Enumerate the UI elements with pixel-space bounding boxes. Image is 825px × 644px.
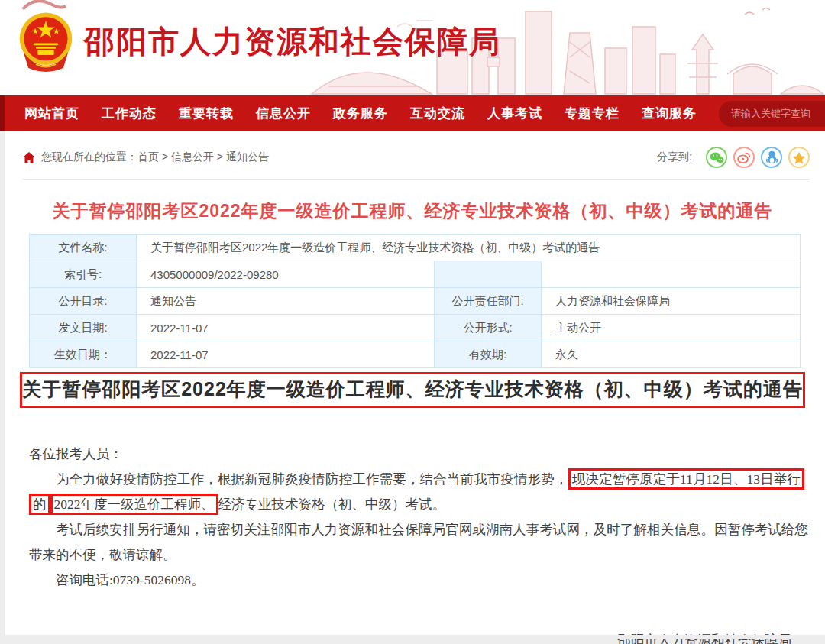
page-edge-left (0, 131, 5, 639)
divider (23, 179, 810, 180)
meta-value: 永久 (542, 341, 801, 368)
meta-label: 索引号: (30, 261, 137, 288)
meta-value: 通知公告 (137, 288, 435, 315)
main-nav: 网站首页 工作动态 重要转载 信息公开 政务服务 互动交流 人事考试 专题专栏 … (0, 95, 825, 131)
table-row: 发文日期: 2022-11-07 公开形式: 主动公开 (30, 315, 801, 341)
search-input[interactable] (731, 108, 825, 119)
nav-item-news[interactable]: 工作动态 (102, 105, 157, 122)
table-row: 公开目录: 通知公告 公开责任部门: 人力资源和社会保障局 (30, 288, 801, 315)
table-row: 文件名称: 关于暂停邵阳考区2022年度一级造价工程师、经济专业技术资格（初、中… (30, 235, 801, 261)
breadcrumb[interactable]: 您现在所在的位置：首页 > 信息公开 > 通知公告 (41, 150, 269, 164)
salutation: 各位报考人员： (29, 442, 808, 467)
search-box[interactable] (719, 101, 825, 127)
document-meta-table: 文件名称: 关于暂停邵阳考区2022年度一级造价工程师、经济专业技术资格（初、中… (29, 234, 801, 368)
meta-label: 有效期: (435, 341, 542, 368)
article-title: 关于暂停邵阳考区2022年度一级造价工程师、经济专业技术资格（初、中级）考试的通… (0, 199, 825, 223)
meta-value: 2022-11-07 (137, 315, 435, 341)
meta-label: 生效日期： (30, 341, 137, 368)
page: 邵阳市人力资源和社会保障局 网站首页 工作动态 重要转载 信息公开 政务服务 互… (0, 0, 825, 639)
page-edge-bottom (0, 635, 825, 639)
table-row: 生效日期： 2022-11-07 有效期: 永久 (30, 341, 801, 368)
breadcrumb-row: 您现在所在的位置：首页 > 信息公开 > 通知公告 分享到: (0, 131, 825, 168)
nav-item-special[interactable]: 专题专栏 (565, 105, 620, 122)
meta-label: 发文日期: (30, 315, 137, 341)
share-qq-icon[interactable] (761, 147, 782, 168)
paragraph-1-text: 为全力做好疫情防控工作，根据新冠肺炎疫情防控工作需要，结合当前我市疫情形势， (56, 471, 568, 487)
paragraph-1-tail: 经济专业技术资格（初、中级）考试。 (218, 497, 446, 512)
meta-value-empty (542, 261, 801, 288)
nav-item-service[interactable]: 政务服务 (333, 105, 388, 122)
meta-label: 文件名称: (30, 235, 137, 261)
meta-value: 4305000009/2022-09280 (137, 261, 435, 288)
meta-label: 公开形式: (435, 315, 542, 341)
site-header: 邵阳市人力资源和社会保障局 (0, 0, 825, 95)
site-title: 邵阳市人力资源和社会保障局 (84, 21, 501, 63)
share-label: 分享到: (657, 150, 692, 164)
national-emblem-logo (17, 11, 75, 72)
nav-item-exam[interactable]: 人事考试 (487, 105, 542, 122)
nav-item-query[interactable]: 查询服务 (642, 105, 697, 122)
paragraph-2: 考试后续安排另行通知，请密切关注邵阳市人力资源和社会保障局官网或湖南人事考试网，… (29, 517, 808, 568)
paragraph-3: 咨询电话:0739-5026098。 (29, 568, 808, 593)
meta-value: 主动公开 (542, 315, 801, 341)
highlight-box-2: 2022年度一级造价工程师、 (50, 494, 218, 515)
share-area: 分享到: (657, 147, 810, 168)
meta-value: 2022-11-07 (137, 341, 435, 368)
home-icon (23, 152, 35, 163)
share-qzone-icon[interactable] (788, 147, 810, 168)
nav-item-interact[interactable]: 互动交流 (410, 105, 465, 122)
share-wechat-icon[interactable] (706, 147, 727, 168)
meta-value: 关于暂停邵阳考区2022年度一级造价工程师、经济专业技术资格（初、中级）考试的通… (137, 235, 801, 261)
meta-value: 人力资源和社会保障局 (542, 288, 801, 315)
meta-label-empty (435, 261, 542, 288)
paragraph-1: 为全力做好疫情防控工作，根据新冠肺炎疫情防控工作需要，结合当前我市疫情形势，现决… (29, 467, 808, 517)
document-title-highlighted: 关于暂停邵阳考区2022年度一级造价工程师、经济专业技术资格（初、中级）考试的通… (20, 372, 805, 408)
meta-label: 公开目录: (30, 288, 137, 315)
nav-item-info[interactable]: 信息公开 (256, 105, 311, 122)
nav-item-repost[interactable]: 重要转载 (179, 105, 234, 122)
table-row: 索引号: 4305000009/2022-09280 (30, 261, 801, 288)
document-body: 各位报考人员： 为全力做好疫情防控工作，根据新冠肺炎疫情防控工作需要，结合当前我… (29, 442, 808, 644)
meta-label: 公开责任部门: (435, 288, 542, 315)
share-weibo-icon[interactable] (733, 147, 755, 168)
nav-item-home[interactable]: 网站首页 (24, 105, 79, 122)
